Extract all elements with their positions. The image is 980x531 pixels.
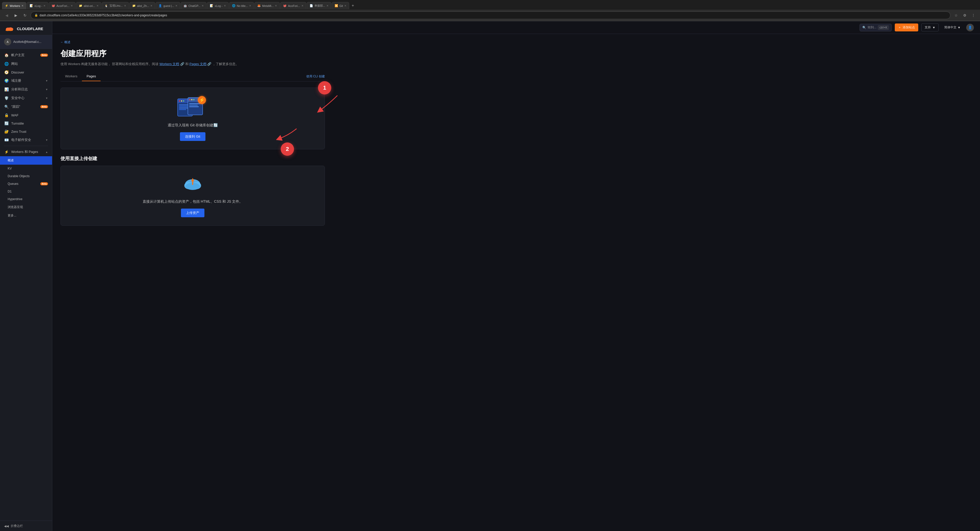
connect-git-button[interactable]: 连接到 Git (180, 132, 205, 141)
tab-close[interactable]: ✕ (249, 4, 251, 7)
bookmark-button[interactable]: ☆ (953, 12, 959, 19)
menu-button[interactable]: ⋮ (970, 12, 977, 19)
sidebar-item-workers[interactable]: ⚡ Workers 和 Pages ▲ (0, 148, 52, 156)
pages-docs-link[interactable]: Pages 文档 (189, 62, 206, 66)
account-avatar: A (4, 38, 11, 45)
tab-acofork[interactable]: 🐙 AcorFori... ✕ (49, 2, 76, 9)
workers-docs-link[interactable]: Workers 文档 (159, 62, 180, 66)
tab-favicon-workers: ⚡ (5, 4, 8, 8)
turnstile-icon: 🔄 (4, 121, 9, 125)
tab-close[interactable]: ✕ (175, 4, 177, 7)
tab-close[interactable]: ✕ (275, 4, 277, 7)
sidebar-item-zerotrust[interactable]: 🔐 Zero Trust (0, 128, 52, 136)
discover-icon: 🧭 (4, 70, 9, 74)
forward-button[interactable]: ▶ (12, 12, 19, 19)
tab-label: 宝塔Linu... (110, 4, 123, 8)
tab-workers[interactable]: ⚡ Workers ✕ (2, 2, 26, 9)
top-bar: 🔍 转到... ctrl+K ＋ 添加站点 支持 ▼ 简体中文 ▼ 👤 (52, 21, 980, 34)
add-site-button[interactable]: ＋ 添加站点 (895, 24, 918, 31)
git-card: ⚡ 通过导入现有 Git 存储库创建🔄 连接到 Git 1 (60, 88, 325, 149)
arrow-1-icon (314, 93, 345, 113)
tab-close[interactable]: ✕ (150, 4, 152, 7)
tab-xlog1[interactable]: 📝 xLog - ✕ (27, 2, 48, 9)
sidebar-item-browser[interactable]: 浏览器呈现 (0, 203, 52, 211)
sidebar-item-websites[interactable]: 🌐 网站 (0, 59, 52, 68)
tab-danjie[interactable]: 📄 单接部... ✕ (307, 2, 331, 9)
tab-close[interactable]: ✕ (326, 4, 328, 7)
and-text: 和 (185, 62, 189, 66)
tab-label: xLog - (215, 4, 223, 7)
tab-notitle[interactable]: 🌐 No title... ✕ (229, 2, 254, 9)
sidebar-item-turnstile[interactable]: 🔄 Turnstile (0, 119, 52, 128)
sidebar-item-security[interactable]: 🛡️ 安全中心 ▼ (0, 94, 52, 102)
back-button[interactable]: ◀ (3, 12, 10, 19)
tab-close[interactable]: ✕ (301, 4, 304, 7)
global-search[interactable]: 🔍 转到... ctrl+K (859, 24, 892, 31)
page-content: ← 概述 创建应用程序 使用 Workers 构建无服务器功能， 部署网站和全栈… (52, 34, 333, 238)
sidebar-item-analytics[interactable]: 📊 分析和日志 ▼ (0, 85, 52, 94)
user-icon: 👤 (968, 26, 972, 29)
tab-close[interactable]: ✕ (202, 4, 204, 7)
sidebar-item-discover[interactable]: 🧭 Discover (0, 68, 52, 77)
sidebar-item-d1[interactable]: D1 (0, 188, 52, 195)
tab-close[interactable]: ✕ (124, 4, 126, 7)
tab-pages[interactable]: Pages (82, 72, 100, 81)
email-icon: 📧 (4, 138, 9, 142)
cli-create-link[interactable]: 使用 CLI 创建 (306, 72, 325, 81)
tab-guest[interactable]: 👤 guest |... ✕ (156, 2, 180, 9)
breadcrumb-back-link[interactable]: ← 概述 (60, 40, 70, 45)
sidebar-item-domain[interactable]: 🌍 域注册 ▼ (0, 77, 52, 85)
sidebar-subitem-label: Hyperdrive (8, 197, 48, 201)
user-menu-button[interactable]: 👤 (966, 24, 974, 31)
sidebar-item-overview[interactable]: 概述 (0, 156, 52, 165)
extensions-button[interactable]: ⚙ (961, 12, 968, 19)
new-tab-button[interactable]: + (350, 2, 356, 9)
sidebar-item-more[interactable]: 更多... (0, 211, 52, 220)
tab-label: alist-ori... (84, 4, 95, 7)
account-selector[interactable]: A Acofork@foxmail.c... (0, 35, 52, 49)
tab-workers[interactable]: Workers (60, 72, 82, 81)
add-site-label: 添加站点 (903, 25, 915, 30)
tab-close[interactable]: ✕ (43, 4, 45, 7)
tab-close[interactable]: ✕ (71, 4, 73, 7)
tab-git[interactable]: 🔀 Git ✕ (332, 2, 349, 9)
home-icon: 🏠 (4, 53, 9, 57)
tab-chatgpt[interactable]: 🤖 ChatGP... ✕ (181, 2, 207, 9)
home-badge: Beta (40, 54, 48, 57)
sidebar-item-waf[interactable]: 🔒 WAF (0, 111, 52, 119)
lock-icon: 🔒 (35, 14, 38, 17)
sidebar-item-hyperdrive[interactable]: Hyperdrive (0, 195, 52, 203)
sidebar-item-durable[interactable]: Durable Objects (0, 172, 52, 180)
address-bar[interactable]: 🔒 dash.cloudflare.com/1e0e4cc333e3652263… (30, 11, 950, 19)
security-icon: 🛡️ (4, 96, 9, 100)
collapse-sidebar-button[interactable]: ◀◀ 折叠边栏 (0, 521, 52, 531)
tab-close[interactable]: ✕ (224, 4, 226, 7)
sidebar-item-kv[interactable]: KV (0, 165, 52, 172)
nav-divider (4, 146, 48, 146)
git-card-text: 通过导入现有 Git 存储库创建🔄 (168, 123, 218, 128)
tab-xlog2[interactable]: 📝 xLog - ✕ (207, 2, 229, 9)
sidebar-item-home[interactable]: 🏠 帐户主页 Beta (0, 51, 52, 59)
tab-metamask[interactable]: 🦊 MetaMi... ✕ (255, 2, 280, 9)
upload-assets-button[interactable]: 上传资产 (181, 209, 204, 217)
tab-baolian[interactable]: 🐧 宝塔Linu... ✕ (102, 2, 129, 9)
tab-close[interactable]: ✕ (97, 4, 99, 7)
tab-acofork2[interactable]: 🐙 AcoFori... ✕ (280, 2, 306, 9)
tab-close[interactable]: ✕ (344, 4, 346, 7)
security-chevron-icon: ▼ (45, 97, 48, 100)
support-button[interactable]: 支持 ▼ (921, 24, 939, 31)
sidebar-item-label: "跟踪" (11, 104, 38, 109)
sidebar-item-trace[interactable]: 🔍 "跟踪" Beta (0, 102, 52, 111)
sidebar-item-queues[interactable]: Queues Beta (0, 180, 52, 188)
sidebar-item-email[interactable]: 📧 电子邮件安全 ▼ (0, 136, 52, 144)
sidebar-subitem-label: 更多... (8, 214, 48, 218)
tab-alist2[interactable]: 📁 alist_Zh... ✕ (129, 2, 156, 9)
tab-alist[interactable]: 📁 alist-ori... ✕ (76, 2, 101, 9)
tab-close-workers[interactable]: ✕ (21, 4, 24, 7)
sidebar-subitem-label: Durable Objects (8, 174, 48, 178)
language-button[interactable]: 简体中文 ▼ (942, 24, 963, 31)
sidebar-item-label: 域注册 (11, 78, 43, 83)
page-title: 创建应用程序 (60, 48, 325, 59)
sidebar-item-label: Zero Trust (11, 130, 48, 134)
reload-button[interactable]: ↻ (21, 12, 29, 19)
